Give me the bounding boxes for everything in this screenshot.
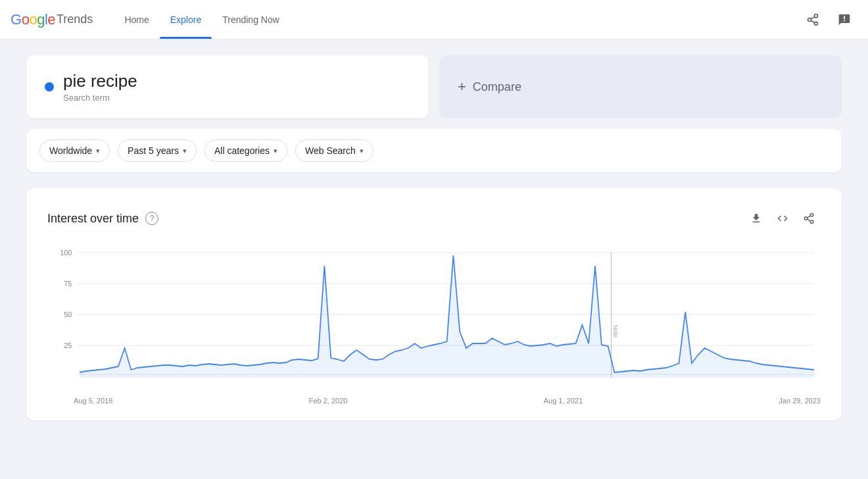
nav-explore[interactable]: Explore: [160, 0, 212, 39]
chart-card: Interest over time ?: [26, 188, 842, 420]
time-filter[interactable]: Past 5 years ▾: [118, 139, 197, 162]
chart-header: Interest over time ?: [47, 207, 821, 230]
search-area: pie recipe Search term + Compare: [26, 55, 842, 118]
svg-line-4: [811, 16, 815, 18]
embed-icon: [777, 213, 788, 224]
google-logo: Google: [11, 11, 55, 28]
x-label-0: Aug 5, 2018: [74, 397, 112, 405]
chart-share-icon: [803, 213, 815, 224]
x-label-2: Aug 1, 2021: [544, 397, 583, 405]
cat-filter[interactable]: All categories ▾: [205, 139, 287, 162]
svg-text:Note: Note: [612, 325, 619, 338]
time-chevron-icon: ▾: [183, 147, 187, 155]
svg-text:50: 50: [64, 311, 72, 318]
svg-point-1: [808, 18, 811, 21]
search-type: Search term: [63, 93, 137, 103]
geo-filter-label: Worldwide: [49, 145, 92, 156]
interest-over-time-chart: 100 75 50 25 Note: [47, 246, 821, 391]
compare-box[interactable]: + Compare: [439, 55, 842, 118]
chart-title-row: Interest over time ?: [47, 212, 158, 226]
svg-line-9: [807, 216, 810, 218]
download-icon: [750, 213, 762, 224]
header: Google Trends Home Explore Trending Now: [0, 0, 868, 39]
svg-point-7: [810, 220, 813, 224]
share-icon: [806, 13, 819, 26]
chart-container: 100 75 50 25 Note Aug 5, 2018 Feb 2, 202…: [47, 246, 821, 405]
filters-row: Worldwide ▾ Past 5 years ▾ All categorie…: [26, 129, 842, 172]
chart-title: Interest over time: [47, 212, 139, 226]
svg-point-5: [810, 214, 813, 217]
chart-share-button[interactable]: [797, 207, 821, 230]
trends-logo: Trends: [57, 13, 93, 26]
cat-chevron-icon: ▾: [274, 147, 277, 155]
embed-button[interactable]: [771, 207, 794, 230]
geo-filter[interactable]: Worldwide ▾: [39, 139, 110, 162]
geo-chevron-icon: ▾: [96, 147, 100, 155]
compare-plus-icon: +: [458, 78, 466, 95]
svg-line-3: [811, 20, 815, 22]
help-icon[interactable]: ?: [145, 212, 158, 225]
svg-point-6: [804, 217, 808, 220]
svg-text:25: 25: [64, 341, 72, 349]
svg-line-8: [807, 219, 810, 221]
type-chevron-icon: ▾: [360, 147, 364, 155]
nav-home[interactable]: Home: [114, 0, 159, 39]
search-dot: [45, 82, 54, 91]
nav-trending-now[interactable]: Trending Now: [212, 0, 290, 39]
search-box: pie recipe Search term: [26, 55, 429, 118]
cat-filter-label: All categories: [214, 145, 270, 156]
svg-text:100: 100: [60, 249, 72, 257]
main-content: pie recipe Search term + Compare Worldwi…: [0, 39, 868, 436]
svg-point-2: [815, 22, 818, 25]
main-nav: Home Explore Trending Now: [114, 0, 289, 39]
svg-text:75: 75: [64, 280, 72, 288]
time-filter-label: Past 5 years: [128, 145, 179, 156]
download-button[interactable]: [744, 207, 768, 230]
share-button[interactable]: [800, 7, 826, 33]
x-axis-labels: Aug 5, 2018 Feb 2, 2020 Aug 1, 2021 Jan …: [47, 393, 821, 405]
compare-label: Compare: [473, 80, 521, 94]
x-label-3: Jan 29, 2023: [779, 397, 821, 405]
type-filter-label: Web Search: [305, 145, 356, 156]
feedback-icon: [838, 13, 851, 26]
search-term: pie recipe: [63, 71, 137, 91]
header-right: [800, 7, 857, 33]
type-filter[interactable]: Web Search ▾: [295, 139, 374, 162]
logo-area: Google Trends: [11, 11, 93, 28]
feedback-button[interactable]: [831, 7, 857, 33]
chart-actions: [744, 207, 821, 230]
x-label-1: Feb 2, 2020: [309, 397, 348, 405]
search-text-area: pie recipe Search term: [63, 71, 137, 103]
svg-point-0: [815, 14, 818, 17]
